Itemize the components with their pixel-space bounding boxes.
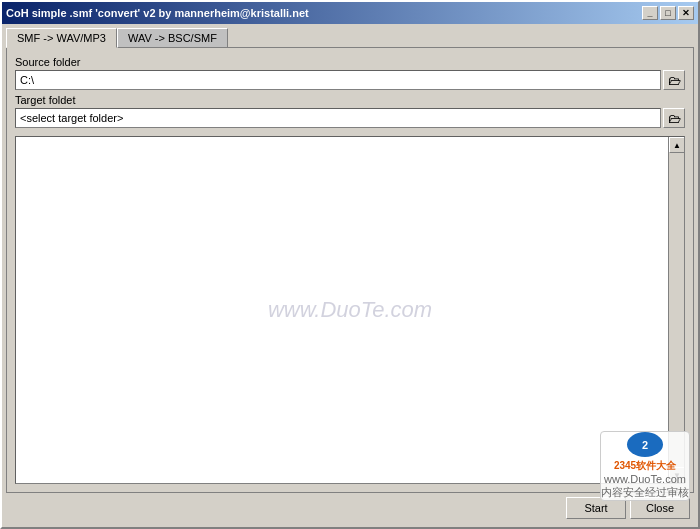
log-area: www.DuoTe.com ▲ ▼ xyxy=(15,136,685,484)
badge-review-text: 内容安全经过审核 xyxy=(601,485,689,500)
target-folder-input[interactable] xyxy=(15,108,661,128)
badge-site-text: www.DuoTe.com xyxy=(604,473,686,485)
tab-smf-wav[interactable]: SMF -> WAV/MP3 xyxy=(6,28,117,48)
duote-logo: 2 xyxy=(627,432,663,457)
title-bar-controls: _ □ ✕ xyxy=(642,6,694,20)
source-folder-label: Source folder xyxy=(15,56,685,68)
source-folder-group: Source folder 🗁 xyxy=(15,56,685,90)
minimize-button[interactable]: _ xyxy=(642,6,658,20)
bottom-bar: Start Close xyxy=(6,493,694,523)
window-close-button[interactable]: ✕ xyxy=(678,6,694,20)
source-folder-input[interactable] xyxy=(15,70,661,90)
target-folder-row: 🗁 xyxy=(15,108,685,128)
scroll-track xyxy=(669,153,684,467)
tab-bar: SMF -> WAV/MP3 WAV -> BSC/SMF xyxy=(6,28,694,48)
log-watermark: www.DuoTe.com xyxy=(268,297,432,323)
source-folder-row: 🗁 xyxy=(15,70,685,90)
target-folder-label: Target foldet xyxy=(15,94,685,106)
title-bar: CoH simple .smf 'convert' v2 by mannerhe… xyxy=(2,2,698,24)
target-folder-browse-button[interactable]: 🗁 xyxy=(663,108,685,128)
target-folder-group: Target foldet 🗁 xyxy=(15,94,685,128)
tab-panel: Source folder 🗁 Target foldet 🗁 www.DuoT… xyxy=(6,47,694,493)
main-window: CoH simple .smf 'convert' v2 by mannerhe… xyxy=(0,0,700,529)
duote-badge: 2 2345软件大全 www.DuoTe.com 内容安全经过审核 xyxy=(600,431,690,501)
window-content: SMF -> WAV/MP3 WAV -> BSC/SMF Source fol… xyxy=(2,24,698,527)
source-folder-browse-button[interactable]: 🗁 xyxy=(663,70,685,90)
scroll-up-button[interactable]: ▲ xyxy=(669,137,685,153)
maximize-button[interactable]: □ xyxy=(660,6,676,20)
duote-logo-text: 2 xyxy=(642,439,648,451)
tab-wav-bsc[interactable]: WAV -> BSC/SMF xyxy=(117,28,228,48)
window-title: CoH simple .smf 'convert' v2 by mannerhe… xyxy=(6,7,309,19)
badge-2345-text: 2345软件大全 xyxy=(614,459,676,473)
